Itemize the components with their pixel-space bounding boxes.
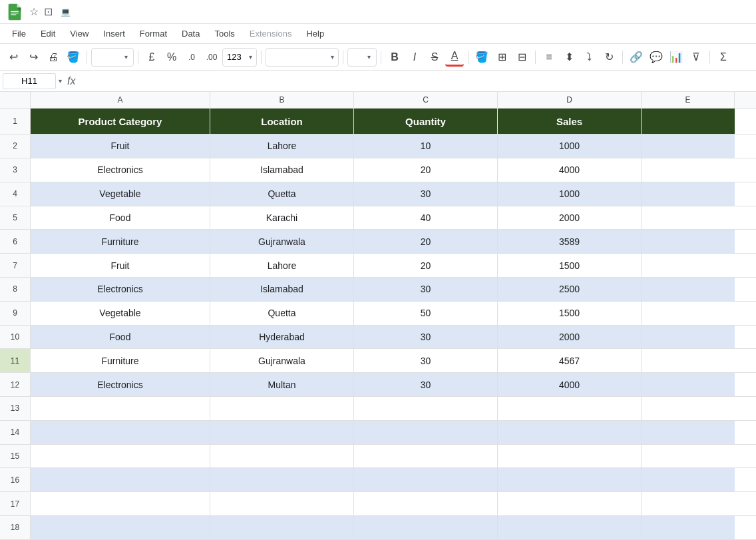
font-selector[interactable]: ▾ bbox=[266, 48, 339, 67]
cell-e5[interactable] bbox=[642, 206, 735, 230]
cell-c6[interactable]: 20 bbox=[354, 230, 498, 253]
cell-e12[interactable] bbox=[642, 373, 735, 396]
cell-e18[interactable] bbox=[642, 516, 735, 539]
cell-b2[interactable]: Lahore bbox=[210, 135, 354, 158]
cell-b9[interactable]: Quetta bbox=[210, 302, 354, 325]
chart-button[interactable]: 📊 bbox=[667, 48, 685, 67]
cell-a7[interactable]: Fruit bbox=[31, 254, 210, 277]
link-button[interactable]: 🔗 bbox=[627, 48, 646, 67]
star-icon[interactable]: ☆ bbox=[29, 5, 39, 18]
row-number[interactable]: 5 bbox=[0, 206, 31, 230]
menu-insert[interactable]: Insert bbox=[96, 26, 132, 41]
row-number[interactable]: 18 bbox=[0, 516, 31, 539]
col-header-a[interactable]: A bbox=[31, 92, 210, 108]
cell-c16[interactable] bbox=[354, 468, 498, 491]
cell-a1[interactable]: Product Category bbox=[31, 109, 210, 134]
borders-button[interactable]: ⊞ bbox=[492, 48, 511, 67]
cell-e10[interactable] bbox=[642, 326, 735, 349]
font-size-selector[interactable]: ▾ bbox=[347, 48, 377, 67]
row-number[interactable]: 17 bbox=[0, 492, 31, 515]
cell-d5[interactable]: 2000 bbox=[498, 206, 642, 230]
filter-button[interactable]: ⊽ bbox=[687, 48, 705, 67]
cell-c14[interactable] bbox=[354, 421, 498, 444]
cell-c5[interactable]: 40 bbox=[354, 206, 498, 230]
italic-button[interactable]: I bbox=[405, 48, 424, 67]
cell-d12[interactable]: 4000 bbox=[498, 373, 642, 396]
strikethrough-button[interactable]: S bbox=[425, 48, 444, 67]
cell-c3[interactable]: 20 bbox=[354, 158, 498, 182]
cell-d16[interactable] bbox=[498, 468, 642, 491]
cell-e1[interactable] bbox=[642, 109, 735, 134]
cell-c18[interactable] bbox=[354, 516, 498, 539]
cell-e4[interactable] bbox=[642, 182, 735, 206]
cell-a13[interactable] bbox=[31, 397, 210, 420]
cell-d3[interactable]: 4000 bbox=[498, 158, 642, 182]
cell-c4[interactable]: 30 bbox=[354, 182, 498, 206]
cell-d10[interactable]: 2000 bbox=[498, 326, 642, 349]
cell-b4[interactable]: Quetta bbox=[210, 182, 354, 206]
cell-b14[interactable] bbox=[210, 421, 354, 444]
cell-reference-input[interactable] bbox=[3, 73, 56, 89]
row-number[interactable]: 8 bbox=[0, 278, 31, 301]
col-header-d[interactable]: D bbox=[498, 92, 642, 108]
cell-b15[interactable] bbox=[210, 445, 354, 468]
cell-e7[interactable] bbox=[642, 254, 735, 277]
row-number[interactable]: 3 bbox=[0, 158, 31, 182]
cell-a4[interactable]: Vegetable bbox=[31, 182, 210, 206]
bold-button[interactable]: B bbox=[385, 48, 404, 67]
zoom-selector[interactable]: ▾ bbox=[91, 48, 134, 67]
cell-b13[interactable] bbox=[210, 397, 354, 420]
cell-d13[interactable] bbox=[498, 397, 642, 420]
cell-c9[interactable]: 50 bbox=[354, 302, 498, 325]
menu-view[interactable]: View bbox=[63, 26, 95, 41]
cell-e3[interactable] bbox=[642, 158, 735, 182]
cell-c12[interactable]: 30 bbox=[354, 373, 498, 396]
cell-b17[interactable] bbox=[210, 492, 354, 515]
cell-b1[interactable]: Location bbox=[210, 109, 354, 134]
rotate-button[interactable]: ↻ bbox=[600, 48, 618, 67]
cell-a9[interactable]: Vegetable bbox=[31, 302, 210, 325]
menu-data[interactable]: Data bbox=[175, 26, 206, 41]
undo-button[interactable]: ↩ bbox=[4, 48, 23, 67]
cell-e14[interactable] bbox=[642, 421, 735, 444]
cell-e2[interactable] bbox=[642, 135, 735, 158]
cell-c8[interactable]: 30 bbox=[354, 278, 498, 301]
cell-a18[interactable] bbox=[31, 516, 210, 539]
row-number[interactable]: 1 bbox=[0, 109, 31, 134]
cell-b3[interactable]: Islamabad bbox=[210, 158, 354, 182]
cell-d18[interactable] bbox=[498, 516, 642, 539]
cell-a8[interactable]: Electronics bbox=[31, 278, 210, 301]
col-header-b[interactable]: B bbox=[210, 92, 354, 108]
cell-d17[interactable] bbox=[498, 492, 642, 515]
menu-extensions[interactable]: Extensions bbox=[243, 26, 299, 41]
cell-d6[interactable]: 3589 bbox=[498, 230, 642, 253]
cell-a17[interactable] bbox=[31, 492, 210, 515]
cell-d9[interactable]: 1500 bbox=[498, 302, 642, 325]
cell-c11[interactable]: 30 bbox=[354, 349, 498, 372]
wrap-button[interactable]: ⤵ bbox=[580, 48, 598, 67]
cell-b12[interactable]: Multan bbox=[210, 373, 354, 396]
row-number[interactable]: 16 bbox=[0, 468, 31, 491]
print-button[interactable]: 🖨 bbox=[44, 48, 63, 67]
cell-e16[interactable] bbox=[642, 468, 735, 491]
cell-d7[interactable]: 1500 bbox=[498, 254, 642, 277]
cell-a5[interactable]: Food bbox=[31, 206, 210, 230]
row-number[interactable]: 9 bbox=[0, 302, 31, 325]
format-selector[interactable]: 123 ▾ bbox=[222, 48, 257, 67]
row-number[interactable]: 14 bbox=[0, 421, 31, 444]
row-number[interactable]: 12 bbox=[0, 373, 31, 396]
cell-a15[interactable] bbox=[31, 445, 210, 468]
menu-tools[interactable]: Tools bbox=[208, 26, 241, 41]
cell-d14[interactable] bbox=[498, 421, 642, 444]
percent-button[interactable]: % bbox=[162, 48, 181, 67]
merge-button[interactable]: ⊟ bbox=[512, 48, 531, 67]
row-number[interactable]: 6 bbox=[0, 230, 31, 253]
comment-button[interactable]: 💬 bbox=[647, 48, 665, 67]
cell-e17[interactable] bbox=[642, 492, 735, 515]
cell-b16[interactable] bbox=[210, 468, 354, 491]
valign-button[interactable]: ⬍ bbox=[560, 48, 578, 67]
cell-c13[interactable] bbox=[354, 397, 498, 420]
row-number[interactable]: 11 bbox=[0, 349, 31, 372]
decimal-dec-button[interactable]: .0 bbox=[182, 48, 201, 67]
menu-file[interactable]: File bbox=[5, 26, 33, 41]
